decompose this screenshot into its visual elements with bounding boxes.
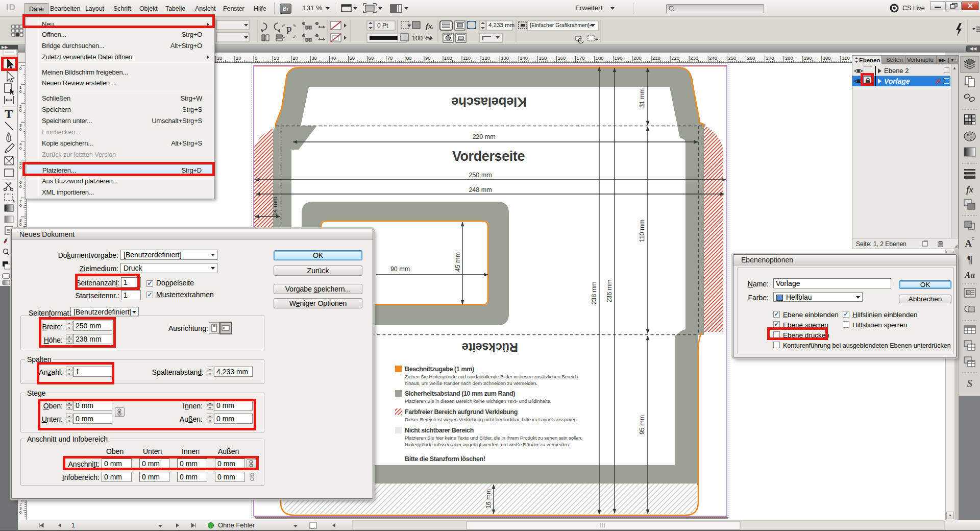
svg-text:0: 0 (19, 203, 22, 208)
svg-text:90: 90 (425, 55, 431, 61)
svg-text:[Einfacher Grafikrahmen]+: [Einfacher Grafikrahmen]+ (530, 22, 593, 28)
svg-text:220: 220 (671, 55, 679, 61)
svg-text:Ohne Fehler: Ohne Fehler (218, 521, 255, 529)
svg-text:220 mm: 220 mm (472, 133, 495, 140)
svg-text:¶: ¶ (967, 254, 973, 265)
svg-text:Aa: Aa (964, 270, 975, 280)
svg-text:16 mm: 16 mm (485, 489, 492, 509)
svg-text:A: A (965, 238, 972, 249)
svg-text:238 mm: 238 mm (591, 281, 598, 304)
svg-text:Ziehen Sie Hintergründe und ra: Ziehen Sie Hintergründe und randabfallen… (405, 374, 578, 379)
svg-text:260: 260 (747, 55, 755, 61)
svg-text:0: 0 (19, 222, 22, 227)
svg-text:Platzieren Sie hier keine Text: Platzieren Sie hier keine Texte und Bild… (405, 435, 582, 441)
svg-text:236 mm: 236 mm (606, 279, 613, 302)
svg-text:hinaus, um weiße Ränder nach d: hinaus, um weiße Ränder nach dem Schneid… (405, 380, 537, 386)
svg-text:P: P (286, 25, 291, 36)
svg-text:210: 210 (652, 55, 660, 61)
svg-text:90 mm: 90 mm (390, 266, 410, 273)
svg-text:Farbfreier Bereich aufgrund Ve: Farbfreier Bereich aufgrund Verklebung (405, 408, 518, 416)
svg-text:0: 0 (19, 89, 22, 94)
svg-text:280: 280 (785, 55, 793, 61)
svg-text:250 mm: 250 mm (469, 172, 492, 179)
svg-text:31 mm: 31 mm (639, 88, 646, 108)
svg-text:+: + (595, 36, 598, 42)
svg-text:fx: fx (966, 185, 974, 195)
svg-text:70: 70 (387, 55, 393, 61)
svg-text:fx.: fx. (426, 22, 434, 30)
svg-text:Vorderseite: Vorderseite (452, 149, 525, 164)
svg-text:45 mm: 45 mm (454, 252, 461, 272)
svg-text:80: 80 (406, 55, 412, 61)
svg-text:190: 190 (615, 55, 623, 61)
svg-text:100: 100 (444, 55, 452, 61)
svg-text:230: 230 (690, 55, 698, 61)
svg-text:120: 120 (482, 55, 490, 61)
svg-text:160: 160 (558, 55, 566, 61)
svg-text:310: 310 (842, 55, 850, 61)
svg-text:Nicht sichtbarer Bereich: Nicht sichtbarer Bereich (405, 427, 474, 434)
svg-text:1: 1 (71, 522, 75, 529)
svg-text:95 mm: 95 mm (639, 415, 646, 435)
svg-text:10: 10 (274, 55, 279, 61)
svg-text:Klebelasche: Klebelasche (451, 94, 526, 110)
svg-text:50: 50 (350, 55, 355, 61)
svg-text:0 Pt: 0 Pt (377, 22, 388, 29)
svg-text:S: S (967, 378, 972, 389)
svg-text:0: 0 (19, 146, 22, 151)
svg-text:110: 110 (463, 55, 471, 61)
svg-text:170: 170 (577, 55, 585, 61)
svg-text:20: 20 (292, 55, 298, 61)
svg-text:60: 60 (369, 55, 374, 61)
svg-text:T: T (5, 107, 13, 120)
svg-text:Rückseite: Rückseite (462, 341, 518, 354)
svg-text:30: 30 (311, 55, 317, 61)
svg-text:140: 140 (520, 55, 528, 61)
svg-text:0: 0 (19, 127, 22, 132)
svg-text:14 mm: 14 mm (272, 197, 279, 216)
svg-text:0: 0 (19, 108, 22, 113)
svg-text:Bitte die Stanzform löschen!: Bitte die Stanzform löschen! (405, 455, 485, 463)
svg-text:20: 20 (217, 55, 223, 61)
svg-text:110 mm: 110 mm (639, 220, 646, 242)
svg-text:240: 240 (709, 55, 717, 61)
svg-text:40: 40 (330, 55, 336, 61)
svg-text:0: 0 (255, 55, 257, 61)
svg-text:270: 270 (766, 55, 774, 61)
svg-text:290: 290 (804, 55, 812, 61)
svg-text:200: 200 (633, 55, 642, 61)
svg-text:300: 300 (823, 55, 831, 61)
svg-text:250: 250 (728, 55, 736, 61)
svg-text:0: 0 (19, 165, 22, 170)
svg-text:Sicherheitsabstand (10 mm zum: Sicherheitsabstand (10 mm zum Rand) (405, 390, 515, 397)
svg-text:Platzieren Sie in diesen Berei: Platzieren Sie in diesen Bereich keine w… (405, 398, 551, 404)
svg-text:Dieser Bereich ist wegen Verkl: Dieser Bereich ist wegen Verklebung nich… (405, 417, 578, 422)
svg-text:Beschnittzugabe (1 mm): Beschnittzugabe (1 mm) (405, 366, 474, 373)
svg-text:4,233 mm: 4,233 mm (488, 22, 514, 28)
svg-text:248 mm: 248 mm (469, 186, 492, 194)
svg-text:130: 130 (501, 55, 509, 61)
svg-text:100 %: 100 % (412, 35, 430, 42)
svg-text:10: 10 (236, 55, 241, 61)
svg-text:150: 150 (538, 55, 547, 61)
svg-text:0: 0 (19, 510, 22, 515)
svg-text:0: 0 (19, 184, 22, 189)
svg-text:180: 180 (596, 55, 604, 61)
svg-text:Hintergründe müssen aber angel: Hintergründe müssen aber angelegt werden… (405, 442, 570, 447)
svg-text:0: 0 (19, 66, 22, 71)
